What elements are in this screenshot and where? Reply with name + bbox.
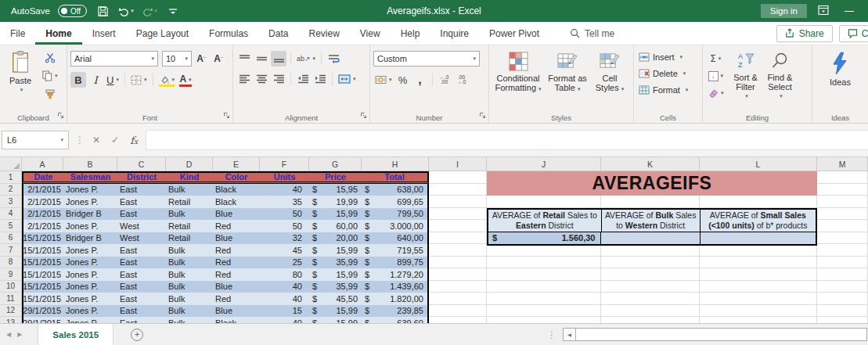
cell-J8[interactable] xyxy=(487,257,601,269)
cell-D4[interactable]: Bulk xyxy=(166,208,213,221)
cell-L11[interactable] xyxy=(700,293,817,305)
cell-I2[interactable] xyxy=(429,184,487,196)
cell-E9[interactable]: Red xyxy=(213,268,260,281)
cell-D10[interactable]: Bulk xyxy=(166,281,213,293)
cell-A3[interactable]: 2/1/2015 xyxy=(22,196,63,208)
column-header-F[interactable]: F xyxy=(260,157,309,171)
cell-D11[interactable]: Bulk xyxy=(166,293,213,305)
cell-styles-button[interactable]: Cell Styles xyxy=(591,50,628,95)
cell-F5[interactable]: 50 xyxy=(260,220,309,232)
cell-F2[interactable]: 40 xyxy=(260,184,309,196)
ribbon-tab-inquire[interactable]: Inquire xyxy=(430,22,479,45)
merge-center-button[interactable] xyxy=(337,71,358,87)
bottom-align-button[interactable] xyxy=(271,51,286,66)
cell-I12[interactable] xyxy=(429,305,487,318)
cell-I1[interactable] xyxy=(429,171,487,184)
cell-A2[interactable]: 2/1/2015 xyxy=(22,184,63,196)
format-cells-button[interactable]: Format xyxy=(637,81,699,98)
bold-button[interactable]: B xyxy=(70,72,86,88)
cell-M9[interactable] xyxy=(817,268,868,281)
cell-H2[interactable]: $638,00 xyxy=(362,184,429,196)
cell-H7[interactable]: $719,55 xyxy=(362,244,429,257)
cell-E5[interactable]: Red xyxy=(213,220,260,232)
cell-K13[interactable] xyxy=(601,317,700,323)
cell-A8[interactable]: 15/1/2015 xyxy=(22,257,63,269)
row-header-2[interactable]: 2 xyxy=(0,184,22,196)
cell-D12[interactable]: Bulk xyxy=(166,305,213,318)
column-header-I[interactable]: I xyxy=(429,157,487,171)
ribbon-display-options-button[interactable] xyxy=(818,5,829,17)
comments-button[interactable]: Co xyxy=(839,25,868,42)
cell-A13[interactable]: 29/1/2015 xyxy=(22,317,63,323)
cell-I5[interactable] xyxy=(429,220,487,232)
cell-M10[interactable] xyxy=(817,281,868,293)
cell-C3[interactable]: East xyxy=(117,196,166,208)
row-header-9[interactable]: 9 xyxy=(0,268,22,281)
find-select-button[interactable]: Find &Select xyxy=(763,50,798,102)
cell-B11[interactable]: Jones P. xyxy=(63,293,117,305)
cell-C11[interactable]: East xyxy=(117,293,166,305)
cell-J11[interactable] xyxy=(487,293,601,305)
cell-I13[interactable] xyxy=(429,317,487,323)
autosave-toggle[interactable]: Off xyxy=(58,5,87,17)
row-header-1[interactable]: 1 xyxy=(0,171,22,184)
insert-function-button[interactable]: fx xyxy=(130,135,138,146)
align-left-button[interactable] xyxy=(236,71,252,87)
font-family-combo[interactable]: Arial xyxy=(70,51,158,66)
cell-A12[interactable]: 29/1/2015 xyxy=(22,305,63,318)
column-header-H[interactable]: H xyxy=(362,157,429,171)
column-header-E[interactable]: E xyxy=(213,157,260,171)
alignment-dialog-launcher[interactable] xyxy=(360,111,367,120)
autosum-button[interactable]: Σ xyxy=(706,51,726,66)
top-align-button[interactable] xyxy=(236,51,252,66)
share-button[interactable]: Share xyxy=(776,25,833,42)
cell-H10[interactable]: $1.439,60 xyxy=(362,281,429,293)
cell-H3[interactable]: $699,65 xyxy=(362,196,429,208)
cell-L13[interactable] xyxy=(700,317,817,323)
cell-A1[interactable]: Date xyxy=(22,171,63,184)
cell-A11[interactable]: 15/1/2015 xyxy=(22,293,63,305)
italic-button[interactable]: I xyxy=(88,72,103,88)
cell-M6[interactable] xyxy=(817,232,868,245)
cell-K8[interactable] xyxy=(601,257,700,269)
cell-J9[interactable] xyxy=(487,268,601,281)
sort-filter-button[interactable]: AZ Sort &Filter xyxy=(729,50,763,102)
decrease-font-size-button[interactable]: Aˇ xyxy=(211,51,226,66)
ideas-button[interactable]: Ideas xyxy=(826,50,855,88)
percent-style-button[interactable]: % xyxy=(395,72,411,88)
cell-H13[interactable]: $639,60 xyxy=(362,317,429,323)
number-format-combo[interactable]: Custom xyxy=(373,51,480,66)
cell-C4[interactable]: East xyxy=(117,208,166,221)
cell-D8[interactable]: Bulk xyxy=(166,257,213,269)
criteria-cell-K4[interactable]: AVERAGE of Bulk Sales to Western Distric… xyxy=(601,210,700,232)
decrease-indent-button[interactable] xyxy=(295,71,311,87)
increase-font-size-button[interactable]: Aˆ xyxy=(193,51,209,66)
criteria-cell-J4[interactable]: AVERAGE of Retail Sales to Eastern Distr… xyxy=(488,210,601,232)
cell-H12[interactable]: $239,85 xyxy=(362,305,429,318)
row-header-12[interactable]: 12 xyxy=(0,305,22,318)
cell-G12[interactable]: $15,99 xyxy=(309,305,362,318)
font-color-button[interactable]: A xyxy=(178,72,193,88)
cell-C10[interactable]: East xyxy=(117,281,166,293)
cell-C8[interactable]: East xyxy=(117,257,166,269)
cell-G13[interactable]: $15,99 xyxy=(309,317,362,323)
cell-J7[interactable] xyxy=(487,244,601,257)
cell-E12[interactable]: Blue xyxy=(213,305,260,318)
cell-K3[interactable] xyxy=(601,196,700,208)
cell-D13[interactable]: Bulk xyxy=(166,317,213,323)
result-cell-J6[interactable]: $1.560,30 xyxy=(488,232,600,245)
cell-K10[interactable] xyxy=(601,281,700,293)
cell-M13[interactable] xyxy=(817,317,868,323)
cell-C1[interactable]: District xyxy=(117,171,166,184)
cell-E13[interactable]: Black xyxy=(213,317,260,323)
cell-L7[interactable] xyxy=(700,244,817,257)
cell-F11[interactable]: 40 xyxy=(260,293,309,305)
insert-cells-button[interactable]: Insert xyxy=(637,49,699,65)
column-header-A[interactable]: A xyxy=(22,157,63,171)
wrap-text-button[interactable] xyxy=(326,51,341,66)
cell-F6[interactable]: 32 xyxy=(260,232,309,245)
cell-G9[interactable]: $15,99 xyxy=(309,268,362,281)
cell-B10[interactable]: Jones P. xyxy=(63,281,117,293)
cut-button[interactable] xyxy=(41,50,59,66)
ribbon-tab-formulas[interactable]: Formulas xyxy=(199,22,258,45)
